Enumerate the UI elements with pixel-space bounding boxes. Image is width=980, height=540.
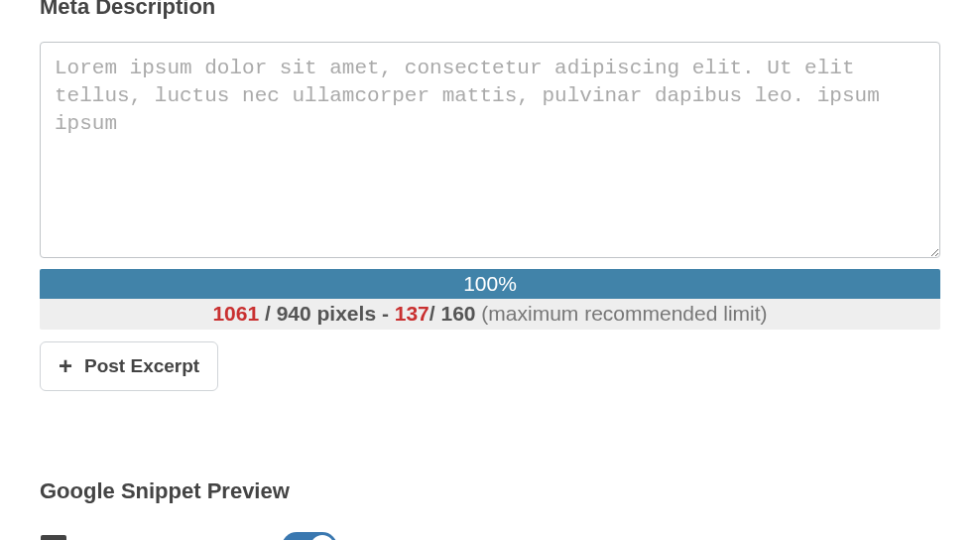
stats-dash: - (376, 302, 395, 325)
plus-icon: + (59, 354, 72, 378)
stats-paren: (maximum recommended limit) (476, 302, 768, 325)
stats-line: 1061 / 940 pixels - 137/ 160 (maximum re… (40, 299, 940, 330)
progress-bar: 100% (40, 269, 940, 299)
desktop-icon (40, 535, 67, 540)
meta-description-heading: Meta Description (40, 0, 940, 20)
post-excerpt-label: Post Excerpt (84, 355, 199, 377)
pixels-current: 1061 (212, 302, 259, 325)
chars-max: 160 (440, 302, 475, 325)
toggle-knob (310, 535, 334, 540)
preview-toggle-row (40, 532, 940, 540)
chars-current: 137 (395, 302, 429, 325)
meta-description-textarea[interactable] (40, 42, 940, 258)
pixels-slash: / (259, 302, 277, 325)
post-excerpt-button[interactable]: + Post Excerpt (40, 341, 218, 391)
pixels-max: 940 pixels (277, 302, 376, 325)
chars-slash: / (429, 302, 441, 325)
preview-toggle[interactable] (282, 532, 337, 540)
meta-description-wrap (40, 42, 940, 262)
google-snippet-preview-heading: Google Snippet Preview (40, 478, 940, 504)
